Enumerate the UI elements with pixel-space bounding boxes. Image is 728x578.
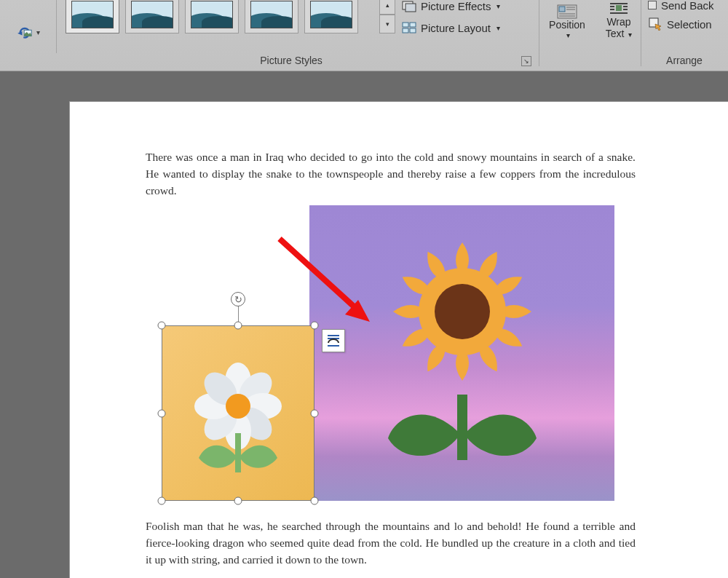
gallery-scroll: ▴ ▾ (379, 0, 395, 33)
svg-rect-34 (235, 433, 241, 472)
svg-rect-17 (616, 5, 622, 11)
ribbon-separator (56, 0, 57, 53)
picture-daisy[interactable] (162, 325, 314, 501)
svg-rect-5 (410, 23, 416, 27)
svg-rect-9 (559, 7, 565, 12)
group-label-picture-styles: Picture Styles (66, 55, 517, 66)
resize-handle-ml[interactable] (158, 409, 166, 417)
chevron-down-icon: ▾ (566, 31, 570, 40)
document-viewport[interactable]: There was once a man in Iraq who decided… (0, 71, 728, 578)
style-thumb[interactable] (245, 0, 298, 33)
layout-options-icon (325, 333, 341, 349)
resize-handle-bl[interactable] (158, 497, 166, 505)
resize-handle-bm[interactable] (234, 497, 242, 505)
picture-effects-button[interactable]: Picture Effects ▾ (402, 0, 500, 15)
gallery-scroll-more[interactable]: ▾ (379, 15, 395, 33)
chevron-down-icon: ▾ (496, 24, 500, 32)
picture-styles-launcher[interactable]: ↘ (521, 56, 531, 66)
layout-options-button[interactable] (322, 329, 345, 352)
picture-layout-icon (402, 21, 416, 34)
selection-pane-icon (648, 17, 662, 31)
resize-handle-br[interactable] (311, 497, 319, 505)
style-thumb[interactable] (125, 0, 179, 33)
daisy-leaves-icon (194, 433, 282, 484)
ribbon-separator (539, 0, 539, 66)
paragraph: There was once a man in Iraq who decided… (146, 149, 636, 199)
ribbon-picture-format: ▾ ▴ ▾ Picture Effects ▾ Picture Layout ▾ (0, 0, 728, 71)
picture-layout-button[interactable]: Picture Layout ▾ (402, 19, 500, 36)
picture-effects-icon (402, 0, 416, 12)
style-thumb[interactable] (304, 0, 358, 33)
resize-handle-tr[interactable] (311, 322, 319, 330)
send-back-label: Send Back (661, 0, 714, 12)
svg-rect-7 (410, 28, 416, 33)
position-label: Position (549, 19, 585, 31)
sunflower-icon (382, 231, 542, 392)
paragraph: Foolish man that he was, he searched thr… (146, 518, 636, 569)
checkbox-icon (648, 1, 657, 9)
svg-rect-24 (457, 395, 467, 460)
resize-handle-tm[interactable] (234, 322, 242, 330)
svg-rect-6 (403, 28, 408, 33)
wrap-text-button[interactable]: WrapText ▾ (596, 0, 642, 39)
page[interactable]: There was once a man in Iraq who decided… (70, 102, 728, 578)
style-thumb[interactable] (185, 0, 239, 33)
selected-picture-daisy[interactable]: ↻ (162, 325, 314, 501)
reset-picture-button[interactable]: ▾ (9, 22, 47, 42)
style-thumb[interactable] (66, 0, 119, 33)
picture-effects-label: Picture Effects (421, 0, 491, 12)
picture-sunflower[interactable] (309, 205, 614, 501)
position-button[interactable]: Position ▾ (545, 0, 590, 39)
selection-pane-button[interactable]: Selection (648, 16, 714, 32)
position-icon (557, 4, 577, 19)
resize-handle-tl[interactable] (158, 322, 166, 330)
chevron-down-icon: ▾ (496, 2, 500, 10)
chevron-down-icon: ▾ (36, 28, 40, 36)
reset-picture-icon (17, 25, 33, 39)
picture-layout-label: Picture Layout (421, 22, 491, 34)
sunflower-leaves-icon (382, 395, 542, 489)
svg-point-23 (435, 284, 490, 339)
selection-pane-label: Selection (667, 18, 712, 31)
gallery-scroll-up[interactable]: ▴ (379, 0, 395, 15)
resize-handle-mr[interactable] (311, 409, 319, 417)
group-label-arrange: Arrange (641, 55, 728, 66)
svg-point-33 (226, 394, 250, 419)
svg-rect-3 (405, 4, 416, 12)
wrap-text-label: WrapText ▾ (606, 16, 633, 39)
rotate-handle[interactable]: ↻ (231, 292, 245, 306)
picture-style-gallery (66, 0, 358, 38)
svg-rect-4 (403, 23, 408, 27)
wrap-text-icon (609, 1, 629, 16)
send-back-button[interactable]: Send Back (648, 0, 714, 13)
